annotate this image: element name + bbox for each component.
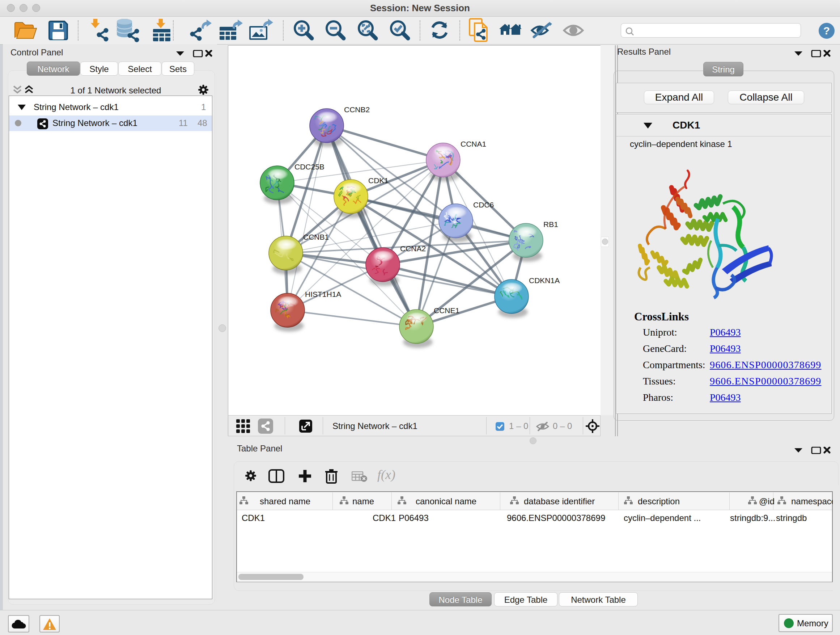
svg-text:RB1: RB1 [543,220,558,228]
svg-text:CCNB2: CCNB2 [344,105,370,114]
svg-text:HIST1H1A: HIST1H1A [305,290,341,298]
svg-text:CCNA1: CCNA1 [461,140,486,148]
svg-text:CCNE1: CCNE1 [434,306,459,315]
svg-text:CCNB1: CCNB1 [303,233,329,241]
svg-text:?: ? [823,25,830,36]
svg-text:CDC25B: CDC25B [294,163,325,171]
svg-text:CDC6: CDC6 [473,201,494,209]
svg-text:CDK1: CDK1 [368,176,388,185]
svg-text:CDKN1A: CDKN1A [529,276,560,285]
svg-text:CCNA2: CCNA2 [400,244,426,253]
